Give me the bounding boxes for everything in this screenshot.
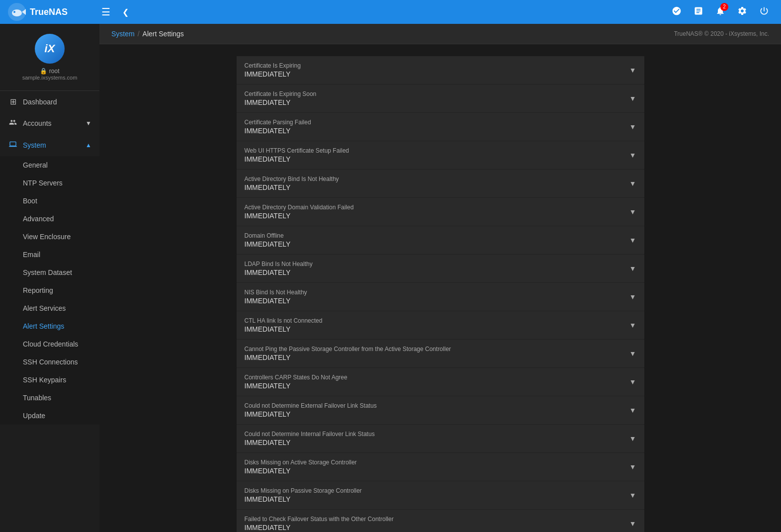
right-panel: System / Alert Settings TrueNAS® © 2020 … xyxy=(99,24,781,532)
alert-item-arrow: ▼ xyxy=(629,491,636,499)
alert-setting-item[interactable]: Certificate Is Expiring IMMEDIATELY ▼ xyxy=(237,56,644,85)
sidebar-item-view-enclosure[interactable]: View Enclosure xyxy=(0,228,99,246)
alert-setting-item[interactable]: Active Directory Domain Validation Faile… xyxy=(237,198,644,226)
sidebar-item-accounts[interactable]: Accounts ▼ xyxy=(0,112,99,134)
sidebar-item-general[interactable]: General xyxy=(0,156,99,174)
accounts-icon xyxy=(8,118,18,128)
tasks-button[interactable] xyxy=(690,4,707,20)
sidebar-item-reporting[interactable]: Reporting xyxy=(0,281,99,299)
app-logo: TrueNAS xyxy=(8,3,97,21)
alert-setting-item[interactable]: Disks Missing on Passive Storage Control… xyxy=(237,481,644,510)
alert-setting-item[interactable]: LDAP Bind Is Not Healthy IMMEDIATELY ▼ xyxy=(237,255,644,283)
alert-item-value: IMMEDIATELY xyxy=(245,467,636,475)
topbar-actions: 2 xyxy=(668,4,773,20)
sidebar-item-ssh-keypairs[interactable]: SSH Keypairs xyxy=(0,371,99,389)
alert-item-label: Could not Determine External Failover Li… xyxy=(245,402,636,409)
alert-item-label: Controllers CARP States Do Not Agree xyxy=(245,374,636,381)
sidebar-item-email[interactable]: Email xyxy=(0,246,99,264)
svg-point-3 xyxy=(13,11,15,13)
alert-item-value: IMMEDIATELY xyxy=(245,325,636,333)
alert-settings-list: Certificate Is Expiring IMMEDIATELY ▼ Ce… xyxy=(237,56,644,532)
back-button[interactable]: ❮ xyxy=(118,5,133,19)
alert-item-label: Active Directory Bind Is Not Healthy xyxy=(245,176,636,182)
alert-item-arrow: ▼ xyxy=(629,265,636,272)
alert-item-arrow: ▼ xyxy=(629,66,636,74)
alert-item-arrow: ▼ xyxy=(629,321,636,329)
user-domain: sample.ixsystems.com xyxy=(22,75,78,81)
sidebar-item-boot[interactable]: Boot xyxy=(0,192,99,210)
breadcrumb-separator: / xyxy=(138,30,140,38)
svg-point-1 xyxy=(12,9,22,16)
alert-item-label: NIS Bind Is Not Healthy xyxy=(245,289,636,296)
alert-setting-item[interactable]: Domain Offline IMMEDIATELY ▼ xyxy=(237,226,644,255)
alert-item-arrow: ▼ xyxy=(629,179,636,187)
user-section: iX 🔒 root sample.ixsystems.com xyxy=(0,24,99,91)
notifications-button[interactable]: 2 xyxy=(711,4,729,20)
power-button[interactable] xyxy=(755,4,773,20)
alert-item-value: IMMEDIATELY xyxy=(245,495,636,503)
alert-setting-item[interactable]: Disks Missing on Active Storage Controll… xyxy=(237,453,644,481)
topbar: TrueNAS ☰ ❮ 2 xyxy=(0,0,781,24)
app-name: TrueNAS xyxy=(30,7,68,17)
alert-setting-item[interactable]: Could not Determine External Failover Li… xyxy=(237,396,644,425)
sidebar-item-dashboard[interactable]: ⊞ Dashboard xyxy=(0,91,99,112)
sidebar-item-cloud-credentials[interactable]: Cloud Credentials xyxy=(0,335,99,353)
alert-setting-item[interactable]: NIS Bind Is Not Healthy IMMEDIATELY ▼ xyxy=(237,283,644,311)
sidebar-item-ssh-connections[interactable]: SSH Connections xyxy=(0,353,99,371)
alert-item-arrow: ▼ xyxy=(629,520,636,528)
sidebar-item-update[interactable]: Update xyxy=(0,407,99,425)
alert-item-arrow: ▼ xyxy=(629,406,636,414)
alert-item-label: Domain Offline xyxy=(245,232,636,239)
alert-setting-item[interactable]: Failed to Check Failover Status with the… xyxy=(237,510,644,532)
menu-button[interactable]: ☰ xyxy=(97,4,114,20)
alert-item-label: Disks Missing on Active Storage Controll… xyxy=(245,459,636,466)
alert-setting-item[interactable]: Cannot Ping the Passive Storage Controll… xyxy=(237,340,644,368)
alert-item-value: IMMEDIATELY xyxy=(245,268,636,276)
sidebar-item-alert-services[interactable]: Alert Services xyxy=(0,299,99,317)
sidebar-item-system-dataset[interactable]: System Dataset xyxy=(0,264,99,281)
breadcrumb-parent[interactable]: System xyxy=(111,30,135,38)
sidebar-item-advanced[interactable]: Advanced xyxy=(0,210,99,228)
alert-setting-item[interactable]: Certificate Is Expiring Soon IMMEDIATELY… xyxy=(237,85,644,113)
sidebar-item-system[interactable]: System ▲ xyxy=(0,134,99,156)
alert-item-label: Could not Determine Internal Failover Li… xyxy=(245,431,636,438)
alert-item-value: IMMEDIATELY xyxy=(245,127,636,135)
alert-item-label: LDAP Bind Is Not Healthy xyxy=(245,261,636,267)
alert-setting-item[interactable]: Controllers CARP States Do Not Agree IMM… xyxy=(237,368,644,396)
alert-item-label: Certificate Is Expiring xyxy=(245,62,636,69)
system-arrow: ▲ xyxy=(86,142,91,149)
copyright: TrueNAS® © 2020 - iXsystems, Inc. xyxy=(674,30,769,37)
system-subitems: General NTP Servers Boot Advanced View E… xyxy=(0,156,99,425)
alert-item-arrow: ▼ xyxy=(629,463,636,471)
alert-item-value: IMMEDIATELY xyxy=(245,297,636,305)
alert-setting-item[interactable]: Certificate Parsing Failed IMMEDIATELY ▼ xyxy=(237,113,644,141)
sidebar-item-ntp-servers[interactable]: NTP Servers xyxy=(0,174,99,192)
alert-item-value: IMMEDIATELY xyxy=(245,70,636,78)
alert-item-value: IMMEDIATELY xyxy=(245,410,636,418)
alert-item-label: Certificate Parsing Failed xyxy=(245,119,636,126)
system-icon xyxy=(8,140,18,150)
alert-item-label: Failed to Check Failover Status with the… xyxy=(245,516,636,523)
alert-setting-item[interactable]: Active Directory Bind Is Not Healthy IMM… xyxy=(237,170,644,198)
alert-item-value: IMMEDIATELY xyxy=(245,155,636,163)
alert-setting-item[interactable]: Web UI HTTPS Certificate Setup Failed IM… xyxy=(237,141,644,170)
alert-setting-item[interactable]: Could not Determine Internal Failover Li… xyxy=(237,425,644,453)
sidebar-item-alert-settings[interactable]: Alert Settings xyxy=(0,317,99,335)
alert-setting-item[interactable]: CTL HA link Is not Connected IMMEDIATELY… xyxy=(237,311,644,340)
alert-item-value: IMMEDIATELY xyxy=(245,439,636,446)
accounts-label: Accounts xyxy=(23,119,52,127)
alert-item-label: CTL HA link Is not Connected xyxy=(245,317,636,324)
feedback-button[interactable] xyxy=(668,4,686,20)
alert-item-arrow: ▼ xyxy=(629,293,636,301)
alert-item-arrow: ▼ xyxy=(629,378,636,386)
settings-button[interactable] xyxy=(733,4,751,20)
alert-item-value: IMMEDIATELY xyxy=(245,240,636,248)
alert-item-label: Web UI HTTPS Certificate Setup Failed xyxy=(245,147,636,154)
dashboard-icon: ⊞ xyxy=(8,97,18,106)
alert-item-value: IMMEDIATELY xyxy=(245,98,636,106)
sidebar-item-tunables[interactable]: Tunables xyxy=(0,389,99,407)
alert-item-arrow: ▼ xyxy=(629,94,636,102)
alert-item-arrow: ▼ xyxy=(629,151,636,159)
breadcrumb: System / Alert Settings xyxy=(111,30,184,38)
alert-item-value: IMMEDIATELY xyxy=(245,183,636,191)
